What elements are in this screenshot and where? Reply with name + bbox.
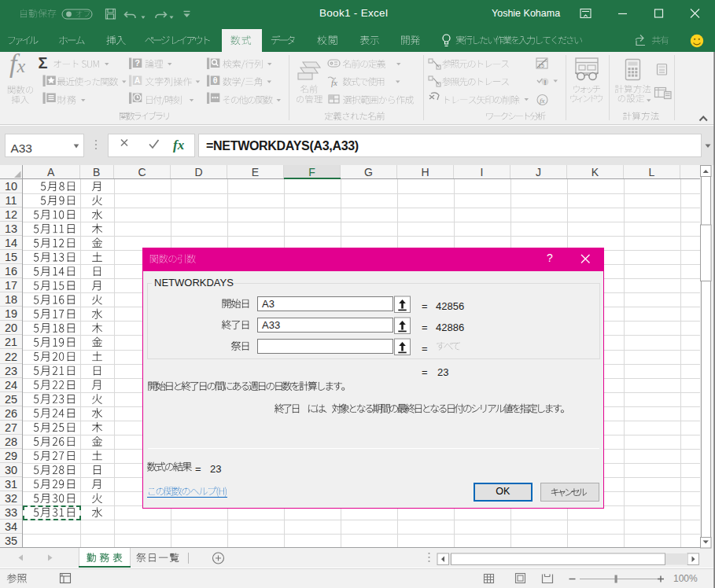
- svg-text:fx: fx: [540, 97, 545, 105]
- svg-text:!: !: [544, 79, 547, 86]
- svg-text:θ: θ: [213, 75, 218, 85]
- svg-text:fx: fx: [173, 138, 185, 153]
- svg-text:?: ?: [135, 58, 140, 68]
- svg-text:A: A: [135, 75, 141, 85]
- svg-text:fx: fx: [331, 78, 337, 87]
- svg-text:Σ: Σ: [39, 54, 48, 72]
